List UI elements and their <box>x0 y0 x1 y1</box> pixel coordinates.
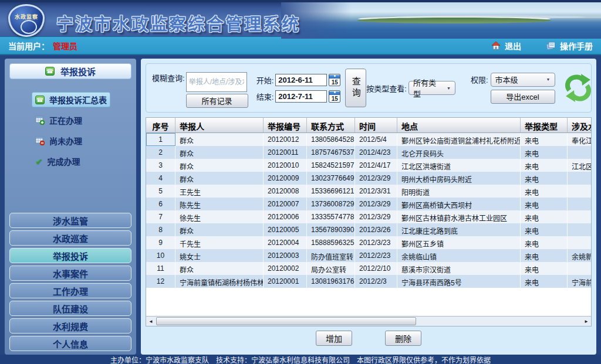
cell[interactable]: 20120002 <box>264 262 307 275</box>
table-row[interactable]: 4群众20120009130237766492012/3/29明州大桥中房码头附… <box>146 172 591 185</box>
cell[interactable]: 宁海前溪 <box>568 275 591 288</box>
cell[interactable]: 群众 <box>175 172 264 185</box>
row-index-cell[interactable]: 9 <box>146 236 175 249</box>
cell[interactable]: 来电 <box>521 249 568 262</box>
table-row[interactable]: 9千先生20120004158885963252012/3/23鄞州区五乡镇来电 <box>146 236 591 249</box>
refresh-icon[interactable] <box>565 73 592 103</box>
cell[interactable]: 宁海县环南西路5号 <box>397 275 521 288</box>
cell[interactable]: 来电 <box>521 133 568 146</box>
cell[interactable]: 江北康庄北路到底 <box>397 223 521 236</box>
cell[interactable]: 20120005 <box>264 223 307 236</box>
cell[interactable] <box>568 210 591 223</box>
menu-item-water-supervision[interactable]: 涉水监管 <box>9 213 131 228</box>
column-header[interactable]: 举报类型 <box>521 118 568 132</box>
cell[interactable]: 来电 <box>521 262 568 275</box>
cell[interactable]: 来电 <box>521 275 568 288</box>
cell[interactable]: 余姚临山镇 <box>397 249 521 262</box>
cell[interactable]: 群众 <box>175 133 264 146</box>
cell[interactable]: 20120012 <box>264 133 307 146</box>
scroll-thumb[interactable] <box>156 317 416 325</box>
row-index-cell[interactable]: 3 <box>146 159 175 172</box>
sidebar-item-pending[interactable]: 尚未办理 <box>32 133 86 148</box>
cell[interactable] <box>568 236 591 249</box>
cell[interactable]: 群众 <box>175 223 264 236</box>
cell[interactable]: 鄞州区古林镇葑水港古林工业园区 <box>397 210 521 223</box>
cell[interactable]: 来电 <box>521 146 568 159</box>
row-index-cell[interactable]: 5 <box>146 185 175 198</box>
end-date-input[interactable] <box>275 90 327 103</box>
cell[interactable]: 18757467537 <box>307 146 355 159</box>
cell[interactable]: 20120010 <box>264 159 307 172</box>
calendar-icon[interactable]: 15 <box>329 90 340 103</box>
cell[interactable]: 20120009 <box>264 172 307 185</box>
scroll-track[interactable] <box>156 317 582 326</box>
menu-item-water-patrol[interactable]: 水政巡查 <box>9 230 131 246</box>
section-header-button[interactable]: ☎ 举报投诉 <box>9 63 131 79</box>
cell[interactable]: 2012/4/17 <box>355 159 397 172</box>
cell[interactable]: 陈先生 <box>175 198 264 210</box>
cell[interactable]: 明州大桥中房码头附近 <box>397 172 521 185</box>
cell[interactable]: 来电 <box>521 236 568 249</box>
cell[interactable]: 2012/2/10 <box>355 262 397 275</box>
cell[interactable]: 鄞州区钟公庙街道铜盆浦村礼花桥附近 <box>397 133 521 146</box>
row-index-cell[interactable]: 1 <box>146 133 175 146</box>
cell[interactable]: 13023776649 <box>307 172 355 185</box>
table-row[interactable]: 6陈先生20120007137360087292012/3/29鄞州区高桥镇大西… <box>146 198 591 210</box>
cell[interactable]: 北仑开良码头 <box>397 146 521 159</box>
cell[interactable] <box>568 198 591 210</box>
menu-item-team-building[interactable]: 队伍建设 <box>9 301 131 316</box>
cell[interactable]: 2012/3/23 <box>355 236 397 249</box>
cell[interactable]: 江北区洪塘街道 <box>397 159 521 172</box>
column-header[interactable]: 联系方式 <box>307 118 355 132</box>
cell[interactable]: 阳明街道 <box>397 185 521 198</box>
cell[interactable]: 来电 <box>521 185 568 198</box>
cell[interactable]: 来电 <box>521 223 568 236</box>
cell[interactable]: 来电 <box>521 210 568 223</box>
cell[interactable]: 来电 <box>521 198 568 210</box>
export-excel-button[interactable]: 导出excel <box>491 90 555 104</box>
cell[interactable]: 2012/3/31 <box>355 185 397 198</box>
start-date-input[interactable] <box>275 74 327 86</box>
permission-select[interactable]: 市本级 ▼ <box>491 73 555 87</box>
cell[interactable]: 13805864528 <box>307 133 355 146</box>
manual-button[interactable]: 操作手册 <box>546 40 593 52</box>
cell[interactable]: 群众 <box>175 159 264 172</box>
cell[interactable] <box>568 146 591 159</box>
row-index-cell[interactable]: 10 <box>146 249 175 262</box>
cell[interactable]: 20120007 <box>264 198 307 210</box>
cell[interactable]: 宁海前童镇柘湖杨村杨伟林 <box>175 275 264 288</box>
cell[interactable]: 姚女士 <box>175 249 264 262</box>
cell[interactable]: 20120004 <box>264 236 307 249</box>
cell[interactable]: 慈溪市宗汉街道 <box>397 262 521 275</box>
horizontal-scrollbar[interactable]: ◄ ► <box>146 316 591 326</box>
sidebar-item-in-progress[interactable]: 正在办理 <box>32 113 86 128</box>
column-header[interactable]: 时间 <box>355 118 397 132</box>
scroll-right-button[interactable]: ► <box>582 317 591 326</box>
table-row[interactable]: 10姚女士20120003防办值班室转2012/2/23余姚临山镇来电余姚新奄 <box>146 249 591 262</box>
cell[interactable]: 来电 <box>521 159 568 172</box>
row-index-cell[interactable]: 6 <box>146 198 175 210</box>
menu-item-personal-info[interactable]: 个人信息 <box>9 336 131 351</box>
cell[interactable]: 奉化江礼 <box>568 133 591 146</box>
cell[interactable]: 15888596325 <box>307 236 355 249</box>
cell[interactable]: 群众 <box>175 262 264 275</box>
cell[interactable]: 千先生 <box>175 236 264 249</box>
cell[interactable]: 2012/3/29 <box>355 198 397 210</box>
cell[interactable]: 20120003 <box>264 249 307 262</box>
all-records-button[interactable]: 所有记录 <box>186 94 248 108</box>
row-index-cell[interactable]: 4 <box>146 172 175 185</box>
table-row[interactable]: 12宁海前童镇柘湖杨村杨伟林20120001130819631762012/2/… <box>146 275 591 288</box>
logout-button[interactable]: 退出 <box>491 40 521 52</box>
cell[interactable]: 20120008 <box>264 185 307 198</box>
sidebar-item-completed[interactable]: ✔ 完成办理 <box>32 154 84 169</box>
menu-item-water-fees[interactable]: 水利规费 <box>9 318 131 334</box>
cell[interactable]: 2012/3/29 <box>355 172 397 185</box>
column-header[interactable]: 举报人 <box>175 118 264 132</box>
cell[interactable]: 鄞州区高桥镇大西坝村 <box>397 198 521 210</box>
sidebar-item-summary-table[interactable]: ☎ 举报投诉汇总表 <box>32 92 110 107</box>
table-row[interactable]: 5王先生20120008153366961212012/3/31阳明街道来电 <box>146 185 591 198</box>
table-row[interactable]: 2群众20120011187574675372012/4/23北仑开良码头来电 <box>146 146 591 159</box>
cell[interactable]: 13081963176 <box>307 275 355 288</box>
cell[interactable]: 20120006 <box>264 210 307 223</box>
cell[interactable]: 2012/3/29 <box>355 210 397 223</box>
